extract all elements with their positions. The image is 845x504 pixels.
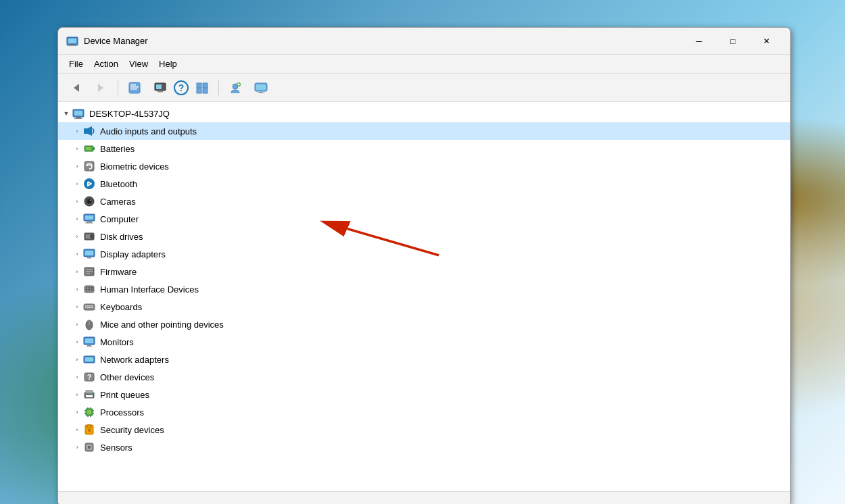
tree-item-cameras[interactable]: › Cameras (58, 193, 790, 210)
svg-rect-53 (86, 273, 90, 274)
display-chevron: › (72, 249, 82, 259)
toggle-view-button[interactable] (190, 78, 214, 98)
hid-icon (82, 282, 96, 296)
print-chevron: › (72, 389, 82, 400)
mice-icon (82, 318, 96, 331)
print-label: Print queues (100, 390, 149, 400)
tree-item-print[interactable]: › Print queues (58, 386, 790, 403)
network-label: Network adapters (100, 355, 169, 365)
svg-rect-43 (85, 223, 93, 224)
svg-marker-30 (87, 126, 92, 136)
cameras-chevron: › (72, 196, 82, 207)
tree-item-disk[interactable]: › Disk drives (58, 228, 790, 245)
svg-rect-62 (85, 305, 87, 307)
svg-point-39 (90, 200, 91, 201)
batteries-icon (82, 142, 96, 155)
cameras-label: Cameras (100, 197, 136, 207)
audio-label: Audio inputs and outputs (100, 126, 197, 136)
tree-item-security[interactable]: › Security devices (58, 421, 790, 438)
svg-marker-5 (98, 84, 103, 92)
menu-help[interactable]: Help (153, 57, 183, 70)
tree-item-processors[interactable]: › Processors (58, 403, 790, 421)
minimize-button[interactable]: ─ (683, 32, 715, 51)
close-button[interactable]: ✕ (751, 32, 782, 51)
biometric-chevron: › (72, 161, 82, 172)
svg-rect-42 (87, 222, 92, 223)
batteries-label: Batteries (100, 144, 135, 154)
svg-rect-64 (89, 305, 91, 307)
tree-item-display[interactable]: › Display adapters (58, 245, 790, 263)
svg-rect-26 (74, 111, 82, 116)
cameras-icon (82, 195, 96, 208)
svg-rect-34 (84, 161, 94, 171)
add-hardware-button[interactable] (223, 78, 247, 98)
tree-item-mice[interactable]: › Mice and other pointing devices (58, 316, 790, 333)
mice-chevron: › (72, 319, 82, 330)
content-area: ▼ DESKTOP-4L537JQ › (58, 102, 790, 491)
disk-chevron: › (72, 231, 82, 242)
tree-item-sensors[interactable]: › Sensors (58, 438, 790, 456)
svg-rect-9 (130, 89, 137, 90)
menu-view[interactable]: View (124, 57, 153, 70)
forward-button[interactable] (89, 78, 114, 98)
sensors-icon (82, 440, 96, 454)
security-label: Security devices (100, 425, 164, 435)
computer-label: Computer (100, 214, 139, 224)
print-icon (82, 388, 96, 401)
tree-item-biometric[interactable]: › Biometric devices (58, 157, 790, 175)
bluetooth-icon (82, 177, 96, 191)
svg-rect-59 (89, 289, 90, 291)
svg-rect-73 (85, 338, 93, 343)
svg-rect-33 (86, 147, 91, 150)
monitors-label: Monitors (100, 337, 134, 347)
menu-file[interactable]: File (64, 57, 89, 70)
maximize-button[interactable]: □ (717, 32, 748, 51)
svg-rect-1 (68, 39, 76, 43)
network-chevron: › (72, 354, 82, 365)
window-title: Device Manager (84, 36, 683, 46)
tree-root[interactable]: ▼ DESKTOP-4L537JQ (58, 105, 790, 122)
firmware-label: Firmware (100, 267, 137, 277)
monitors-chevron: › (72, 336, 82, 347)
svg-rect-24 (257, 93, 265, 93)
menu-action[interactable]: Action (89, 57, 124, 70)
properties-button[interactable] (122, 78, 147, 98)
tree-item-batteries[interactable]: › Batteries (58, 140, 790, 157)
svg-rect-75 (86, 347, 93, 347)
network-icon (82, 353, 96, 366)
tree-item-hid[interactable]: › Human Interface Devices (58, 280, 790, 298)
tree-item-bluetooth[interactable]: › Bluetooth (58, 175, 790, 193)
bluetooth-chevron: › (72, 178, 82, 189)
window-controls: ─ □ ✕ (683, 32, 782, 51)
svg-rect-28 (74, 118, 82, 119)
svg-rect-63 (87, 305, 89, 307)
batteries-chevron: › (72, 143, 82, 154)
svg-rect-20 (238, 84, 240, 85)
back-button[interactable] (64, 78, 88, 98)
svg-rect-7 (130, 84, 136, 86)
tree-item-firmware[interactable]: › Firmware (58, 263, 790, 280)
tree-item-network[interactable]: › Network adapters (58, 351, 790, 368)
audio-icon (82, 124, 96, 138)
tree-item-computer[interactable]: › Computer (58, 210, 790, 228)
root-label: DESKTOP-4L537JQ (89, 109, 170, 119)
svg-rect-55 (86, 287, 87, 288)
svg-rect-51 (86, 269, 93, 270)
svg-rect-12 (158, 91, 163, 93)
root-icon (72, 107, 85, 120)
svg-rect-74 (87, 345, 91, 347)
display-device-button[interactable] (249, 78, 273, 98)
device-tree[interactable]: ▼ DESKTOP-4L537JQ › (58, 102, 790, 491)
svg-rect-97 (88, 429, 91, 432)
processors-icon (82, 405, 96, 419)
tree-item-monitors[interactable]: › Monitors (58, 333, 790, 351)
help-button[interactable]: ? (174, 80, 189, 95)
update-driver-button[interactable] (148, 78, 172, 98)
tree-item-audio[interactable]: › Audio inputs and outputs (58, 122, 790, 140)
tree-item-other[interactable]: › ? Other devices (58, 368, 790, 386)
svg-rect-27 (76, 118, 81, 119)
svg-rect-84 (92, 393, 93, 395)
tree-item-keyboards[interactable]: › Keyboards (58, 298, 790, 316)
keyboards-label: Keyboards (100, 302, 142, 312)
hid-label: Human Interface Devices (100, 284, 199, 295)
